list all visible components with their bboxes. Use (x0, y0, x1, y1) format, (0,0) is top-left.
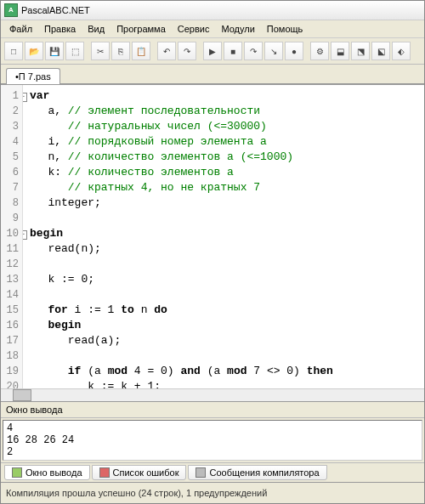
menu-помощь[interactable]: Помощь (262, 22, 309, 36)
fold-toggle-icon[interactable]: − (23, 230, 27, 240)
code-line[interactable]: // кратных 4, но не кратных 7 (28, 180, 419, 195)
new-icon[interactable]: □ (4, 42, 23, 60)
code-line[interactable]: // натуральных чисел (<=30000) (28, 119, 419, 134)
line-number: 12 (1, 257, 22, 272)
code-line[interactable]: k: // количество элементов a (28, 165, 419, 180)
line-number: 9 (1, 211, 22, 226)
titlebar: A PascalABC.NET (1, 1, 424, 20)
a-icon[interactable]: ⬓ (331, 42, 349, 60)
code-line[interactable] (28, 257, 419, 272)
code-line[interactable]: −var (28, 88, 419, 104)
editor-area: 123456789101112131415161718192021222324 … (1, 84, 424, 388)
bottom-tab-label: Список ошибок (113, 467, 179, 478)
line-number: 20 (1, 379, 22, 388)
editor-tabstrip: •П 7.pas (1, 65, 424, 84)
output-body[interactable]: 4 16 28 26 24 2 (3, 420, 422, 461)
line-number: 19 (1, 364, 22, 379)
toolbar: □📂💾⬚✂⎘📋↶↷▶■↷↘●⚙⬓⬔⬕⬖ (1, 38, 424, 65)
stop-icon[interactable]: ■ (224, 42, 242, 60)
code-line[interactable]: n, // количество элементов a (<=1000) (28, 150, 419, 165)
tab-status-icon (196, 467, 206, 478)
horizontal-scrollbar[interactable] (1, 388, 424, 401)
code-line[interactable]: read(n); (28, 241, 419, 257)
cut-icon[interactable]: ✂ (91, 42, 110, 60)
statusbar: Компиляция прошла успешно (24 строк), 1 … (1, 482, 424, 503)
menu-программа[interactable]: Программа (111, 22, 171, 36)
bottom-tab-label: Окно вывода (26, 467, 82, 478)
line-number: 6 (1, 165, 22, 180)
titlebar-text: PascalABC.NET (21, 5, 90, 15)
line-number: 8 (1, 195, 22, 211)
tab-status-icon (99, 467, 110, 478)
line-number: 17 (1, 333, 22, 348)
code-line[interactable]: begin (28, 318, 419, 333)
line-number: 7 (1, 180, 22, 195)
fold-toggle-icon[interactable]: − (23, 93, 27, 102)
line-number: 13 (1, 272, 22, 287)
code-line[interactable]: i, // порядковый номер элемента a (28, 134, 419, 150)
redo-icon[interactable]: ↷ (178, 42, 196, 60)
scrollbar-thumb[interactable] (13, 389, 31, 401)
menu-сервис[interactable]: Сервис (173, 22, 215, 36)
code-line[interactable]: for i := 1 to n do (28, 303, 419, 318)
output-panel: Окно вывода 4 16 28 26 24 2 Окно выводаС… (1, 401, 424, 482)
line-number: 5 (1, 150, 22, 165)
bottom-tab-окно-вывода[interactable]: Окно вывода (4, 465, 90, 480)
line-number: 10 (1, 226, 22, 241)
tab-status-icon (12, 467, 22, 478)
line-number: 1 (1, 88, 22, 104)
line-number: 14 (1, 287, 22, 303)
menu-модули[interactable]: Модули (216, 22, 259, 36)
line-number: 16 (1, 318, 22, 333)
code-line[interactable] (28, 211, 419, 226)
bottom-tab-список-ошибок[interactable]: Список ошибок (92, 465, 187, 480)
code-line[interactable] (28, 287, 419, 303)
editor-tab[interactable]: •П 7.pas (6, 68, 60, 84)
undo-icon[interactable]: ↶ (157, 42, 176, 60)
app-icon: A (4, 3, 18, 17)
code-line[interactable]: read(a); (28, 333, 419, 348)
line-number: 3 (1, 119, 22, 134)
paste-icon[interactable]: 📋 (132, 42, 150, 60)
line-number: 18 (1, 348, 22, 364)
code-line[interactable]: if (a mod 4 = 0) and (a mod 7 <> 0) then (28, 364, 419, 379)
code-line[interactable]: −begin (28, 226, 419, 241)
bottom-tab-label: Сообщения компилятора (209, 467, 319, 478)
menubar: ФайлПравкаВидПрограммаСервисМодулиПомощь (1, 20, 424, 38)
line-number: 2 (1, 104, 22, 119)
breakpoint-icon[interactable]: ● (285, 42, 303, 60)
output-title: Окно вывода (1, 402, 424, 418)
stepin-icon[interactable]: ↘ (264, 42, 283, 60)
line-number: 4 (1, 134, 22, 150)
line-number: 15 (1, 303, 22, 318)
ide-window: A PascalABC.NET ФайлПравкаВидПрограммаСе… (0, 0, 425, 504)
stepover-icon[interactable]: ↷ (244, 42, 263, 60)
save-icon[interactable]: 💾 (45, 42, 64, 60)
line-gutter: 123456789101112131415161718192021222324 (1, 85, 23, 388)
line-number: 11 (1, 241, 22, 257)
status-text: Компиляция прошла успешно (24 строк), 1 … (6, 488, 267, 498)
bottom-tab-сообщения-компилятора[interactable]: Сообщения компилятора (188, 465, 326, 480)
bottom-tabstrip: Окно выводаСписок ошибокСообщения компил… (1, 462, 424, 482)
copy-icon[interactable]: ⎘ (111, 42, 130, 60)
code-line[interactable]: k := 0; (28, 272, 419, 287)
open-icon[interactable]: 📂 (25, 42, 43, 60)
tab-filename: П 7.pas (19, 71, 51, 82)
d-icon[interactable]: ⬖ (392, 42, 411, 60)
code-line[interactable] (28, 348, 419, 364)
menu-правка[interactable]: Правка (39, 22, 81, 36)
c-icon[interactable]: ⬕ (371, 42, 390, 60)
menu-файл[interactable]: Файл (4, 22, 37, 36)
code-area[interactable]: −var a, // элемент последовательности //… (23, 85, 424, 388)
run-icon[interactable]: ▶ (203, 42, 222, 60)
props-icon[interactable]: ⚙ (310, 42, 329, 60)
code-line[interactable]: integer; (28, 195, 419, 211)
saveall-icon[interactable]: ⬚ (65, 42, 84, 60)
b-icon[interactable]: ⬔ (351, 42, 370, 60)
code-line[interactable]: a, // элемент последовательности (28, 104, 419, 119)
code-line[interactable]: k := k + 1; (28, 379, 419, 388)
menu-вид[interactable]: Вид (82, 22, 110, 36)
